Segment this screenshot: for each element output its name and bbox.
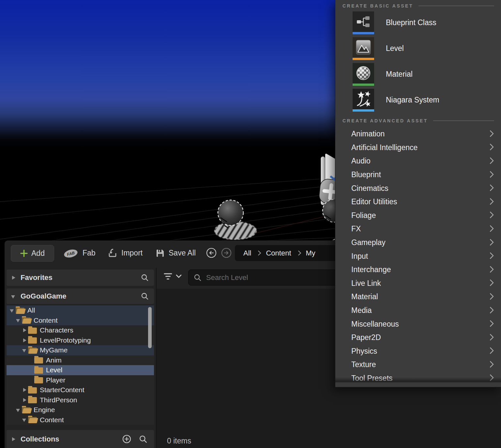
menu-item-material[interactable]: Material — [335, 290, 501, 304]
filter-button[interactable] — [163, 272, 182, 281]
submenu-chevron-icon — [487, 293, 494, 300]
tree-row-engine[interactable]: Engine — [7, 405, 154, 415]
menu-item-gameplay[interactable]: Gameplay — [335, 236, 501, 250]
menu-item-level[interactable]: Level — [335, 36, 501, 61]
tree-row-label: ThirdPerson — [40, 396, 77, 404]
search-icon[interactable] — [139, 435, 147, 443]
submenu-chevron-icon — [487, 171, 494, 178]
tree-row-label: Player — [46, 376, 66, 384]
breadcrumb-item-current[interactable]: My — [306, 249, 315, 257]
open-folder-icon — [22, 407, 31, 413]
tree-row-label: StarterContent — [40, 386, 84, 394]
collections-section[interactable]: Collections — [7, 430, 154, 448]
submenu-chevron-icon — [487, 334, 494, 341]
menu-item-cinematics[interactable]: Cinematics — [335, 181, 501, 195]
tree-row-label: Level — [46, 366, 62, 374]
import-icon — [107, 248, 118, 258]
expander-right-icon[interactable] — [22, 337, 27, 343]
tree-row-all[interactable]: All — [7, 305, 154, 316]
viewport-grid — [0, 178, 336, 240]
menu-item-input[interactable]: Input — [335, 249, 501, 263]
items-count: 0 items — [167, 437, 191, 445]
tree-row-player[interactable]: Player — [7, 375, 154, 385]
tree-row-characters[interactable]: Characters — [7, 325, 154, 335]
tree-row-label: LevelPrototyping — [40, 336, 91, 344]
expander-down-icon[interactable] — [15, 407, 21, 413]
tree-row-thirdperson[interactable]: ThirdPerson — [7, 395, 154, 405]
menu-item-paper2d[interactable]: Paper2D — [335, 331, 501, 345]
menu-item-physics[interactable]: Physics — [335, 345, 501, 358]
submenu-chevron-icon — [487, 361, 494, 368]
expander-right-icon[interactable] — [10, 275, 16, 281]
advanced-asset-list: Animation Artificial Intelligence Audio … — [335, 127, 501, 385]
menu-item-label: Blueprint Class — [386, 18, 436, 27]
menu-item-niagara-system[interactable]: Niagara System — [335, 87, 501, 113]
favorites-section[interactable]: Favorites — [7, 270, 154, 286]
menu-item-miscellaneous[interactable]: Miscellaneous — [335, 317, 501, 331]
expander-right-icon[interactable] — [10, 436, 16, 442]
submenu-chevron-icon — [487, 144, 494, 150]
menu-item-media[interactable]: Media — [335, 304, 501, 317]
folder-icon — [34, 367, 43, 374]
expander-down-icon[interactable] — [10, 294, 16, 299]
submenu-chevron-icon — [487, 252, 494, 259]
expander-down-icon[interactable] — [15, 317, 21, 323]
expander-down-icon[interactable] — [22, 348, 27, 353]
save-all-button[interactable]: Save All — [153, 245, 198, 261]
menu-item-interchange[interactable]: Interchange — [335, 263, 501, 277]
search-icon — [194, 274, 202, 282]
tree-row-engine-content[interactable]: Content — [7, 415, 154, 425]
menu-item-animation[interactable]: Animation — [335, 127, 501, 141]
submenu-chevron-icon — [487, 266, 494, 273]
advanced-asset-section-header: CREATE ADVANCED ASSET — [342, 115, 494, 125]
expander-down-icon[interactable] — [9, 308, 15, 313]
back-arrow-icon — [206, 247, 217, 258]
save-icon — [155, 248, 165, 258]
tree-row-mygame[interactable]: MyGame — [7, 345, 154, 355]
breadcrumb-item-content[interactable]: Content — [266, 249, 291, 257]
menu-item-material[interactable]: Material — [335, 61, 501, 87]
expander-right-icon[interactable] — [22, 397, 27, 403]
submenu-chevron-icon — [487, 306, 494, 313]
folder-icon — [34, 377, 43, 383]
chevron-down-icon — [176, 274, 182, 278]
navigate-forward-button[interactable] — [221, 247, 232, 258]
submenu-chevron-icon — [487, 239, 494, 245]
menu-item-texture[interactable]: Texture — [335, 358, 501, 372]
navigate-back-button[interactable] — [206, 247, 217, 258]
expander-right-icon[interactable] — [22, 328, 27, 333]
expander-down-icon[interactable] — [22, 417, 27, 423]
menu-item-artificial-intelligence[interactable]: Artificial Intelligence — [335, 141, 501, 155]
add-collection-icon[interactable] — [122, 435, 131, 443]
import-button[interactable]: Import — [105, 245, 145, 261]
menu-item-label: Niagara System — [386, 96, 439, 104]
menu-item-live-link[interactable]: Live Link — [335, 277, 501, 290]
menu-item-foliage[interactable]: Foliage — [335, 209, 501, 223]
tree-row-level[interactable]: Level — [7, 365, 154, 375]
tree-row-content[interactable]: Content — [7, 316, 154, 326]
menu-item-blueprint[interactable]: Blueprint — [335, 168, 501, 182]
search-icon[interactable] — [141, 274, 149, 282]
menu-item-editor-utilities[interactable]: Editor Utilities — [335, 195, 501, 209]
menu-item-audio[interactable]: Audio — [335, 154, 501, 168]
tree-row-levelprototyping[interactable]: LevelPrototyping — [7, 335, 154, 346]
menu-item-fx[interactable]: FX — [335, 222, 501, 236]
folder-icon — [28, 397, 37, 403]
tree-row-label: MyGame — [40, 346, 68, 354]
add-button[interactable]: Add — [11, 245, 54, 262]
section-title: CREATE ADVANCED ASSET — [342, 118, 428, 123]
project-source-section[interactable]: GoGoalGame — [7, 288, 154, 304]
tree-row-label: Characters — [40, 326, 73, 334]
breadcrumb-item-all[interactable]: All — [243, 249, 251, 257]
expander-right-icon[interactable] — [22, 387, 27, 393]
search-icon[interactable] — [141, 292, 149, 300]
tree-row-label: Content — [34, 317, 58, 324]
menu-item-blueprint-class[interactable]: Blueprint Class — [335, 10, 501, 36]
chevron-right-icon — [256, 251, 261, 256]
sphere-actor-icon[interactable] — [215, 200, 256, 239]
submenu-chevron-icon — [487, 130, 494, 137]
tree-row-anim[interactable]: Anim — [7, 355, 154, 365]
tree-scrollbar[interactable] — [148, 307, 152, 348]
tree-row-startercontent[interactable]: StarterContent — [7, 385, 154, 395]
fab-button[interactable]: FAB Fab — [60, 245, 98, 261]
